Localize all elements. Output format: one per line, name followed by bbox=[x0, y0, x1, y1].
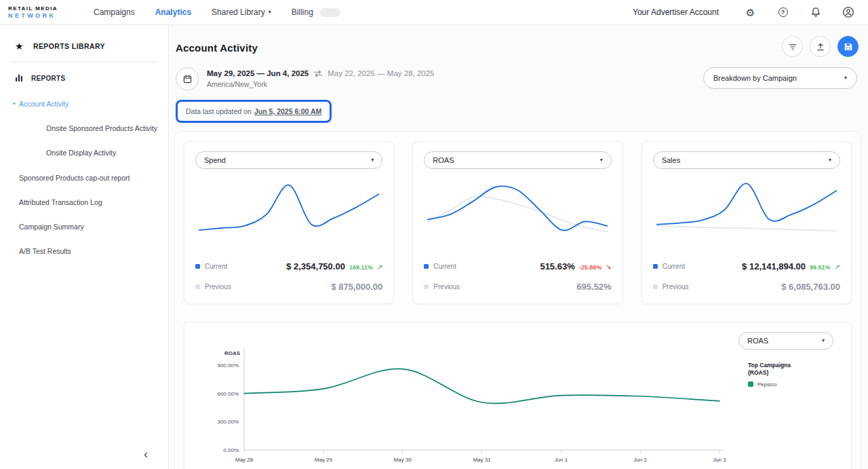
previous-stat-row: Previous 695.52% bbox=[424, 276, 611, 297]
current-series-swatch bbox=[653, 264, 658, 269]
svg-text:Jun 2: Jun 2 bbox=[633, 457, 647, 463]
date-range-picker[interactable]: May 29, 2025 — Jun 4, 2025 May 22, 2025 … bbox=[176, 67, 435, 90]
svg-text:600.00%: 600.00% bbox=[217, 391, 239, 397]
metric-card-spend: Spend ▾ Current $ 2,354,750.00 169.11% ↗ bbox=[184, 141, 394, 304]
svg-text:300.00%: 300.00% bbox=[217, 419, 239, 425]
save-floppy-icon bbox=[844, 42, 853, 52]
compare-arrows-icon bbox=[313, 70, 323, 77]
report-list: Account Activity Onsite Sponsored Produc… bbox=[0, 92, 168, 263]
legend-title: Top Campaigns (ROAS) bbox=[748, 362, 797, 377]
top-navigation-bar: RETAIL MEDIA NETWORK Campaigns Analytics… bbox=[0, 0, 868, 25]
sidebar-item-onsite-display[interactable]: Onsite Display Activity bbox=[0, 140, 168, 165]
reports-library-header[interactable]: ★ REPORTS LIBRARY bbox=[0, 25, 168, 51]
legend-swatch bbox=[748, 381, 753, 387]
filter-icon bbox=[788, 42, 797, 52]
advertiser-account-label[interactable]: Your Advertiser Account bbox=[633, 7, 719, 17]
metric-select-value: Sales bbox=[662, 156, 681, 164]
previous-series-swatch bbox=[424, 284, 429, 289]
billing-badge bbox=[320, 8, 340, 17]
metric-card-sales: Sales ▾ Current $ 12,141,894.00 99.51% ↗ bbox=[642, 141, 852, 304]
current-stat-row: Current $ 2,354,750.00 169.11% ↗ bbox=[195, 256, 382, 276]
breakdown-select-value: Breakdown by Campaign bbox=[713, 74, 797, 82]
chart-legend: Top Campaigns (ROAS) Pepsico bbox=[738, 362, 797, 388]
chevron-down-icon: ▾ bbox=[844, 75, 847, 81]
breakdown-select[interactable]: Breakdown by Campaign ▾ bbox=[703, 67, 857, 89]
last-updated-link[interactable]: Jun 5, 2025 6:00 AM bbox=[254, 107, 321, 115]
spend-sparkline-chart bbox=[195, 173, 382, 256]
metric-select-sales[interactable]: Sales ▾ bbox=[653, 151, 840, 169]
help-icon[interactable]: ? bbox=[776, 6, 789, 19]
save-button[interactable] bbox=[837, 36, 859, 57]
delta-value: 169.11% bbox=[349, 264, 373, 271]
delta-value: 99.51% bbox=[810, 264, 831, 271]
svg-text:May 29: May 29 bbox=[315, 457, 333, 463]
svg-text:900.00%: 900.00% bbox=[217, 362, 239, 369]
sidebar-item-cap-out-report[interactable]: Sponsored Products cap-out report bbox=[0, 166, 168, 190]
metric-cards-row: Spend ▾ Current $ 2,354,750.00 169.11% ↗ bbox=[184, 141, 852, 304]
date-range-line: May 29, 2025 — Jun 4, 2025 May 22, 2025 … bbox=[207, 69, 435, 77]
previous-label: Previous bbox=[433, 283, 460, 290]
current-date-range: May 29, 2025 — Jun 4, 2025 bbox=[207, 69, 309, 77]
page-header: Account Activity bbox=[174, 33, 861, 57]
previous-series-swatch bbox=[195, 284, 200, 289]
brand-logo[interactable]: RETAIL MEDIA NETWORK bbox=[8, 6, 71, 19]
current-value: $ 2,354,750.00 bbox=[286, 261, 345, 271]
primary-nav: Campaigns Analytics Shared Library ▾ Bil… bbox=[94, 7, 340, 17]
previous-stat-row: Previous $ 6,085,763.00 bbox=[653, 276, 840, 297]
report-subheader: May 29, 2025 — Jun 4, 2025 May 22, 2025 … bbox=[174, 67, 861, 90]
export-icon bbox=[816, 42, 825, 52]
svg-text:ROAS: ROAS bbox=[224, 350, 241, 356]
campaign-breakdown-chart-card: ROAS900.00%600.00%300.00%0.00%May 28May … bbox=[184, 322, 852, 469]
reports-section-title: REPORTS bbox=[31, 75, 65, 82]
report-content-panel: Spend ▾ Current $ 2,354,750.00 169.11% ↗ bbox=[174, 131, 861, 469]
nav-shared-library[interactable]: Shared Library ▾ bbox=[212, 7, 271, 17]
current-series-swatch bbox=[424, 264, 429, 269]
delta-value: -25.86% bbox=[579, 264, 602, 271]
user-account-icon[interactable] bbox=[842, 6, 854, 19]
metric-card-roas: ROAS ▾ Current 515.63% -25.86% ↘ bbox=[412, 141, 623, 304]
reports-library-title: REPORTS LIBRARY bbox=[33, 42, 105, 50]
main-chart-area: ROAS900.00%600.00%300.00%0.00%May 28May … bbox=[195, 332, 738, 469]
svg-text:May 31: May 31 bbox=[473, 457, 491, 463]
sidebar-collapse-bar: ‹ bbox=[0, 439, 168, 469]
page-title: Account Activity bbox=[176, 42, 258, 54]
reports-section-header: REPORTS bbox=[0, 62, 168, 82]
notifications-bell-icon[interactable] bbox=[809, 6, 822, 19]
trend-up-icon: ↗ bbox=[377, 263, 382, 271]
nav-analytics[interactable]: Analytics bbox=[155, 7, 191, 17]
chevron-down-icon: ▾ bbox=[371, 157, 374, 163]
sidebar-item-ab-test-results[interactable]: A/B Test Results bbox=[0, 239, 168, 263]
nav-billing[interactable]: Billing bbox=[292, 7, 340, 17]
current-stat-row: Current 515.63% -25.86% ↘ bbox=[424, 256, 611, 276]
previous-series-swatch bbox=[653, 284, 658, 289]
calendar-button[interactable] bbox=[176, 67, 199, 90]
app-root: RETAIL MEDIA NETWORK Campaigns Analytics… bbox=[0, 0, 868, 469]
metric-select-spend[interactable]: Spend ▾ bbox=[195, 151, 382, 169]
main-content: Account Activity bbox=[169, 25, 868, 469]
chevron-down-icon: ▾ bbox=[269, 10, 271, 15]
export-button[interactable] bbox=[810, 36, 831, 57]
trend-up-icon: ↗ bbox=[835, 263, 840, 271]
svg-text:May 28: May 28 bbox=[235, 457, 254, 463]
metric-select-roas[interactable]: ROAS ▾ bbox=[424, 151, 611, 169]
sidebar-item-campaign-summary[interactable]: Campaign Summary bbox=[0, 214, 168, 239]
sidebar-item-onsite-sponsored-products[interactable]: Onsite Sponsored Products Activity bbox=[0, 116, 168, 140]
nav-campaigns[interactable]: Campaigns bbox=[94, 7, 135, 17]
previous-stat-row: Previous $ 875,000.00 bbox=[195, 276, 382, 297]
sidebar-item-attributed-transaction-log[interactable]: Attributed Transaction Log bbox=[0, 190, 168, 214]
calendar-icon bbox=[182, 74, 193, 84]
metric-select-value: ROAS bbox=[433, 156, 454, 164]
sales-sparkline-chart bbox=[653, 173, 840, 256]
legend-label: Pepsico bbox=[757, 381, 776, 388]
legend-item-pepsico: Pepsico bbox=[748, 381, 797, 388]
collapse-sidebar-chevron-icon[interactable]: ‹ bbox=[144, 448, 148, 460]
roas-sparkline-chart bbox=[424, 173, 611, 256]
chart-metric-select[interactable]: ROAS ▾ bbox=[738, 332, 833, 350]
sidebar-item-account-activity[interactable]: Account Activity bbox=[0, 92, 168, 116]
previous-value: $ 6,085,763.00 bbox=[781, 282, 840, 292]
filter-button[interactable] bbox=[782, 36, 803, 57]
header-action-buttons bbox=[782, 36, 859, 57]
chart-side-panel: ROAS ▾ Top Campaigns (ROAS) Pepsico bbox=[738, 332, 840, 469]
chevron-down-icon: ▾ bbox=[822, 338, 825, 343]
settings-gear-icon[interactable]: ⚙ bbox=[744, 6, 757, 19]
